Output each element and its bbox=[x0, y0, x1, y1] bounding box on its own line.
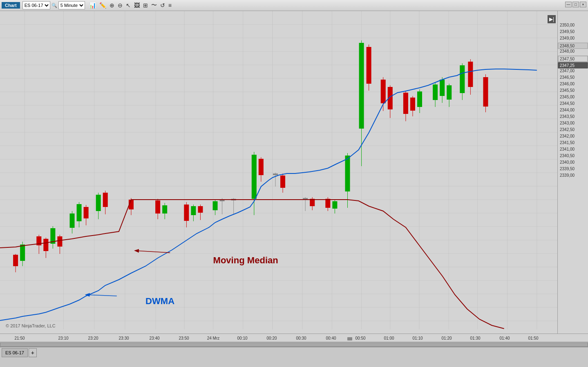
svg-text:00:40: 00:40 bbox=[326, 336, 336, 340]
grid-icon[interactable]: ⊞ bbox=[142, 1, 149, 9]
svg-rect-59 bbox=[84, 207, 89, 218]
svg-text:01:30: 01:30 bbox=[470, 336, 480, 340]
svg-text:2340,50: 2340,50 bbox=[560, 153, 575, 158]
image-icon[interactable]: 🖼 bbox=[133, 1, 141, 9]
svg-text:01:10: 01:10 bbox=[412, 336, 423, 340]
svg-text:2343,50: 2343,50 bbox=[560, 114, 575, 119]
svg-rect-53 bbox=[57, 236, 62, 247]
chart-tab[interactable]: ES 06-17 bbox=[2, 348, 28, 357]
svg-text:2339,50: 2339,50 bbox=[560, 167, 575, 171]
refresh-icon[interactable]: ↺ bbox=[159, 1, 166, 9]
svg-text:Moving Median: Moving Median bbox=[213, 255, 278, 265]
bar-chart-icon[interactable]: 📊 bbox=[88, 1, 97, 9]
svg-text:2344,50: 2344,50 bbox=[560, 101, 575, 106]
svg-text:01:20: 01:20 bbox=[441, 336, 452, 340]
svg-text:2345,50: 2345,50 bbox=[560, 88, 575, 93]
svg-text:© 2017 NinjaTrader, LLC: © 2017 NinjaTrader, LLC bbox=[6, 323, 56, 328]
svg-rect-125 bbox=[483, 77, 488, 107]
magnifier-icon[interactable]: 🔍 bbox=[51, 3, 57, 8]
zoom-in-icon[interactable]: ⊕ bbox=[109, 1, 115, 9]
svg-text:2343,00: 2343,00 bbox=[560, 121, 575, 125]
svg-text:2342,00: 2342,00 bbox=[560, 134, 575, 138]
svg-text:00:50: 00:50 bbox=[355, 336, 365, 340]
scrollbar-container[interactable] bbox=[0, 342, 588, 347]
svg-rect-83 bbox=[252, 155, 257, 199]
svg-rect-87 bbox=[273, 173, 278, 175]
svg-rect-103 bbox=[367, 47, 371, 84]
scrollbar-thumb[interactable] bbox=[0, 343, 588, 347]
svg-text:2347,00: 2347,00 bbox=[560, 69, 575, 73]
timeframe-selector[interactable]: 5 Minute bbox=[58, 1, 85, 9]
close-button[interactable]: × bbox=[580, 2, 586, 7]
svg-text:2346,00: 2346,00 bbox=[560, 82, 575, 86]
minimize-button[interactable]: — bbox=[565, 2, 572, 7]
svg-rect-69 bbox=[162, 205, 167, 214]
svg-text:2347,50: 2347,50 bbox=[560, 57, 575, 61]
svg-text:00:30: 00:30 bbox=[296, 336, 306, 340]
chart-title-label: Chart bbox=[2, 2, 20, 9]
svg-rect-63 bbox=[103, 193, 108, 207]
window-controls: — □ × bbox=[565, 2, 586, 7]
svg-rect-0 bbox=[0, 11, 557, 334]
titlebar: Chart ES 06-17 🔍 5 Minute 📊 ✏️ ⊕ ⊖ ↖ 🖼 ⊞… bbox=[0, 0, 588, 11]
wave-icon[interactable]: 〜 bbox=[150, 1, 158, 10]
tab-label: ES 06-17 bbox=[5, 350, 24, 355]
x-axis-svg: 21:50 23:10 23:20 23:30 23:40 23:50 24 M… bbox=[0, 334, 557, 342]
chart-main[interactable]: DWMA Moving Median © 2017 NinjaTrader, L… bbox=[0, 11, 557, 334]
svg-rect-67 bbox=[155, 200, 160, 214]
svg-rect-181 bbox=[347, 337, 352, 340]
svg-rect-95 bbox=[325, 199, 330, 208]
chart-svg: DWMA Moving Median © 2017 NinjaTrader, L… bbox=[0, 11, 557, 334]
svg-rect-109 bbox=[403, 93, 408, 114]
svg-rect-45 bbox=[20, 245, 25, 261]
draw-icon[interactable]: ✏️ bbox=[98, 1, 107, 9]
svg-text:24 Mrz: 24 Mrz bbox=[207, 336, 220, 340]
svg-text:2345,00: 2345,00 bbox=[560, 95, 575, 99]
svg-text:2349,00: 2349,00 bbox=[560, 36, 575, 40]
svg-text:2344,00: 2344,00 bbox=[560, 108, 575, 112]
zoom-out-icon[interactable]: ⊖ bbox=[117, 1, 123, 9]
svg-rect-119 bbox=[447, 85, 452, 100]
plus-icon: + bbox=[31, 349, 34, 356]
svg-text:23:40: 23:40 bbox=[149, 336, 159, 340]
chart-container: DWMA Moving Median © 2017 NinjaTrader, L… bbox=[0, 11, 588, 334]
cursor-icon[interactable]: ↖ bbox=[125, 1, 132, 9]
svg-text:DWMA: DWMA bbox=[145, 296, 174, 306]
svg-text:2350,00: 2350,00 bbox=[560, 23, 575, 27]
symbol-selector[interactable]: ES 06-17 bbox=[22, 1, 50, 9]
svg-text:01:40: 01:40 bbox=[499, 336, 510, 340]
x-axis: 21:50 23:10 23:20 23:30 23:40 23:50 24 M… bbox=[0, 334, 588, 342]
svg-text:00:10: 00:10 bbox=[237, 336, 247, 340]
svg-text:2348,00: 2348,00 bbox=[560, 49, 575, 53]
svg-text:23:10: 23:10 bbox=[58, 336, 68, 340]
svg-text:2341,50: 2341,50 bbox=[560, 140, 575, 145]
svg-rect-115 bbox=[433, 85, 438, 100]
list-icon[interactable]: ≡ bbox=[168, 1, 172, 9]
svg-rect-73 bbox=[191, 206, 196, 215]
maximize-button[interactable]: □ bbox=[572, 2, 579, 7]
svg-rect-99 bbox=[345, 156, 350, 191]
svg-text:2348,50: 2348,50 bbox=[560, 44, 575, 48]
svg-text:01:50: 01:50 bbox=[528, 336, 538, 340]
svg-text:2341,00: 2341,00 bbox=[560, 147, 575, 151]
svg-text:00:20: 00:20 bbox=[266, 336, 277, 340]
add-tab-button[interactable]: + bbox=[29, 348, 37, 357]
svg-rect-89 bbox=[280, 176, 285, 188]
svg-rect-71 bbox=[184, 205, 189, 221]
svg-rect-55 bbox=[70, 214, 75, 228]
svg-text:2349,50: 2349,50 bbox=[560, 29, 575, 34]
svg-rect-123 bbox=[468, 62, 473, 87]
svg-rect-111 bbox=[410, 98, 415, 111]
svg-rect-43 bbox=[13, 255, 18, 266]
svg-text:23:30: 23:30 bbox=[118, 336, 129, 340]
svg-rect-117 bbox=[440, 80, 445, 96]
svg-rect-101 bbox=[359, 43, 364, 129]
scroll-pin-button[interactable]: ▶| bbox=[548, 15, 556, 23]
svg-text:01:00: 01:00 bbox=[384, 336, 394, 340]
svg-rect-61 bbox=[96, 195, 101, 211]
svg-rect-49 bbox=[43, 239, 48, 251]
price-axis-svg: 2350,00 2349,50 2349,00 2348,50 2348,00 … bbox=[558, 11, 588, 334]
svg-rect-75 bbox=[198, 206, 203, 213]
svg-text:23:50: 23:50 bbox=[179, 336, 189, 340]
scroll-pin-icon: ▶| bbox=[549, 16, 554, 22]
